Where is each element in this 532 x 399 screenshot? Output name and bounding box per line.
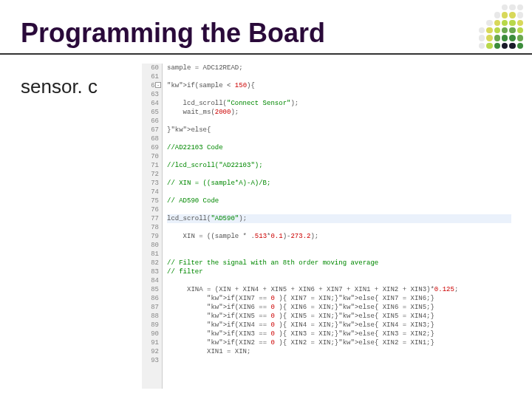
code-line[interactable]: "kw">if(XIN3 == 0 ){ XIN3 = XIN;}"kw">el…	[167, 330, 511, 338]
code-line[interactable]	[167, 170, 511, 179]
code-editor[interactable]: 6061626364656667686970717273747576777879…	[142, 64, 511, 389]
code-line[interactable]: // Filter the signal with an 8th order m…	[167, 259, 511, 267]
logo-dot	[486, 20, 492, 26]
line-number: 73	[142, 179, 159, 188]
code-line[interactable]	[167, 223, 511, 232]
logo-dot	[509, 12, 515, 18]
logo-dot	[509, 4, 515, 10]
code-line[interactable]	[167, 72, 511, 81]
line-number: 90	[142, 330, 159, 338]
filename-label: sensor. c	[21, 75, 98, 98]
code-line[interactable]: "kw">if(XIN6 == 0 ){ XIN6 = XIN;}"kw">el…	[167, 303, 511, 312]
logo-dot	[517, 12, 523, 18]
code-line[interactable]: wait_ms(2000);	[167, 108, 511, 117]
line-number: 70	[142, 152, 159, 161]
line-number: 81	[142, 250, 159, 259]
logo-dot	[517, 43, 523, 49]
code-line[interactable]: // AD590 Code	[167, 197, 511, 205]
logo-dot	[502, 12, 508, 18]
code-line[interactable]: XIN = ((sample * .513*0.1)-273.2);	[167, 232, 511, 241]
line-number: 63	[142, 90, 159, 99]
code-line[interactable]	[167, 276, 511, 285]
line-number: 78	[142, 223, 159, 232]
logo-dot	[509, 43, 515, 49]
logo-dot	[479, 43, 485, 49]
code-line[interactable]	[167, 188, 511, 197]
logo-dot	[502, 4, 508, 10]
line-number: 72	[142, 170, 159, 179]
code-line[interactable]	[167, 356, 511, 365]
code-line[interactable]	[167, 241, 511, 250]
line-number: 71	[142, 161, 159, 170]
logo-dots	[479, 4, 523, 49]
code-line[interactable]	[167, 152, 511, 161]
logo-dot	[494, 12, 500, 18]
title-underline	[0, 53, 532, 55]
logo-dot	[517, 35, 523, 41]
line-number: 64	[142, 99, 159, 108]
logo-dot	[494, 20, 500, 26]
code-line[interactable]: //lcd_scroll("AD22103");	[167, 161, 511, 170]
line-number: 87	[142, 303, 159, 312]
line-number: 85	[142, 285, 159, 294]
code-line[interactable]	[167, 117, 511, 126]
code-line[interactable]: // filter	[167, 267, 511, 276]
line-number: 74	[142, 188, 159, 197]
line-number: 77	[142, 214, 159, 223]
code-line[interactable]: "kw">if(XIN5 == 0 ){ XIN5 = XIN;}"kw">el…	[167, 312, 511, 321]
code-line[interactable]	[167, 90, 511, 99]
code-line[interactable]	[167, 250, 511, 259]
logo-dot	[486, 43, 492, 49]
code-line[interactable]: "kw">if(XIN7 == 0 ){ XIN7 = XIN;}"kw">el…	[167, 294, 511, 303]
logo-dot	[494, 35, 500, 41]
code-line[interactable]: lcd_scroll("AD590");	[167, 214, 511, 223]
logo-dot	[502, 27, 508, 33]
code-line[interactable]: "kw">if(XIN4 == 0 ){ XIN4 = XIN;}"kw">el…	[167, 321, 511, 330]
logo-dot	[479, 35, 485, 41]
line-number-gutter: 6061626364656667686970717273747576777879…	[142, 64, 163, 389]
logo-dot	[502, 35, 508, 41]
logo-dot	[517, 4, 523, 10]
line-number: 60	[142, 64, 159, 72]
code-line[interactable]: }"kw">else{	[167, 126, 511, 134]
line-number: 82	[142, 259, 159, 267]
code-line[interactable]: sample = ADC12READ;	[167, 64, 511, 72]
line-number: 76	[142, 205, 159, 214]
code-line[interactable]: // XIN = ((sample*A)-A)/B;	[167, 179, 511, 188]
line-number: 65	[142, 108, 159, 117]
code-line[interactable]	[167, 134, 511, 143]
code-line[interactable]: lcd_scroll("Connect Sensor");	[167, 99, 511, 108]
line-number: 84	[142, 276, 159, 285]
line-number: 75	[142, 197, 159, 205]
line-number: 91	[142, 338, 159, 347]
logo-dot	[509, 35, 515, 41]
line-number: 79	[142, 232, 159, 241]
code-area[interactable]: sample = ADC12READ;-"kw">if(sample < 150…	[163, 64, 511, 389]
line-number: 69	[142, 143, 159, 152]
code-line[interactable]: "kw">if(XIN2 == 0 ){ XIN2 = XIN;}"kw">el…	[167, 338, 511, 347]
code-line[interactable]: //AD22103 Code	[167, 143, 511, 152]
logo-dot	[494, 43, 500, 49]
line-number: 68	[142, 134, 159, 143]
logo-dot	[486, 27, 492, 33]
code-line[interactable]	[167, 205, 511, 214]
line-number: 89	[142, 321, 159, 330]
logo-dot	[502, 20, 508, 26]
line-number: 92	[142, 347, 159, 356]
code-line[interactable]: XINA = (XIN + XIN4 + XIN5 + XIN6 + XIN7 …	[167, 285, 511, 294]
line-number: 88	[142, 312, 159, 321]
logo-dot	[479, 27, 485, 33]
line-number: 67	[142, 126, 159, 134]
code-line[interactable]: XIN1 = XIN;	[167, 347, 511, 356]
line-number: 86	[142, 294, 159, 303]
logo-dot	[486, 35, 492, 41]
line-number: 61	[142, 72, 159, 81]
line-number: 66	[142, 117, 159, 126]
logo-dot	[517, 27, 523, 33]
line-number: 83	[142, 267, 159, 276]
code-line[interactable]: "kw">if(sample < 150){	[167, 81, 511, 90]
line-number: 80	[142, 241, 159, 250]
logo-dot	[502, 43, 508, 49]
fold-toggle[interactable]: -	[155, 82, 161, 88]
line-number: 93	[142, 356, 159, 365]
